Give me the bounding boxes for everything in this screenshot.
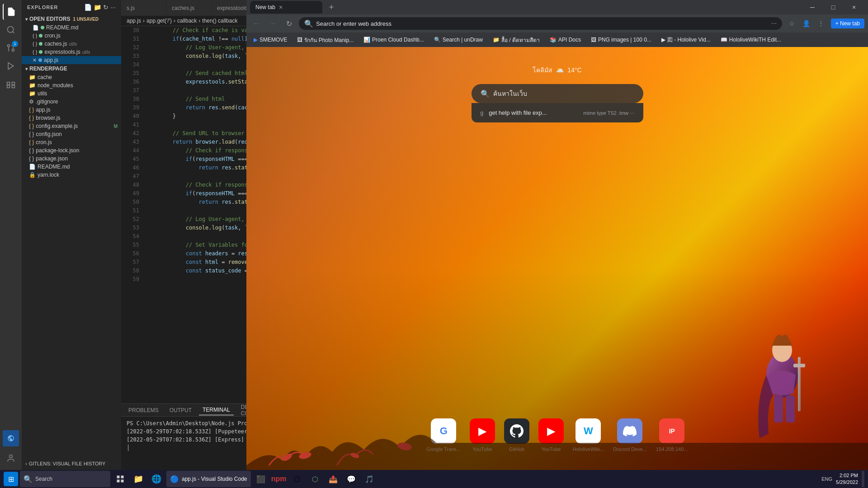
browser-title-bar: New tab × + ─ □ × [246,0,868,14]
file-cronjs[interactable]: { } cron.js [22,138,121,146]
bookmark-undraw[interactable]: 🔍 Search | unDraw [430,36,486,44]
tab-expresstools[interactable]: expresstools.js [212,0,246,16]
taskbar-search[interactable]: 🔍 Search [20,471,110,487]
terminal-content[interactable]: PS C:\Users\Admin\Desktop\Node.js Projec… [121,417,246,478]
file-config-json[interactable]: { } config.json [22,130,121,138]
bookmark-hololive-wiki[interactable]: 📖 HololiveWikiTH Edit... [717,36,785,44]
search-box-icon: 🔍 [481,89,490,98]
open-file-readme[interactable]: 📄 README.md [22,23,121,32]
code-lines[interactable]: // Check if cache is valid if(cache_html… [143,26,246,404]
collapse-icon[interactable]: ··· [110,4,116,11]
activity-search[interactable] [3,22,19,38]
folder-cache[interactable]: 📁 cache [22,73,121,81]
shortcut-google-translate[interactable]: G Google Trans... [427,418,461,452]
open-file-cron[interactable]: { } cron.js [22,32,121,40]
breadcrumb-func[interactable]: app.get('/') [146,18,172,24]
folder-node-modules[interactable]: 📁 node_modules [22,81,121,89]
minimize-button[interactable]: ─ [802,0,823,14]
bookmark-label: API Docs [558,37,581,43]
activity-files[interactable] [3,4,19,20]
profile-icon[interactable]: 👤 [800,17,813,30]
activity-accounts[interactable] [3,450,19,466]
bookmark-smemove[interactable]: ▶ SMEMOVE [250,36,291,44]
shortcut-youtube-1[interactable]: ▶ YouTube [470,418,495,452]
breadcrumb-file[interactable]: app.js [127,18,141,24]
start-button[interactable]: ⊞ [4,472,18,486]
shortcut-discord[interactable]: Discord Deve... [613,418,647,452]
taskbar-edge[interactable]: 🌐 [148,471,165,487]
file-package-lock[interactable]: { } package-lock.json [22,146,121,155]
tab-terminal[interactable]: TERMINAL [199,405,234,415]
file-browserjs[interactable]: { } browser.js [22,114,121,122]
activity-extensions[interactable] [3,76,19,92]
bookmark-hololive-vid[interactable]: ▶ 図 - Hololive Vid... [658,35,714,45]
maximize-button[interactable]: □ [823,0,844,14]
refresh-button[interactable]: ↻ [283,17,295,30]
tab-problems[interactable]: PROBLEMS [125,405,162,415]
shortcut-hololive[interactable]: W HololiveWiki... [573,418,604,452]
bookmark-api-docs[interactable]: 📚 API Docs [546,36,585,44]
taskbar-vscode[interactable]: 🔵 app.js - Visual Studio Code [166,471,251,487]
taskbar-spotify[interactable]: 🎵 [361,471,377,487]
taskbar-show-desktop[interactable] [862,471,864,487]
folder-utils[interactable]: 📁 utils [22,89,121,98]
bookmark-png[interactable]: 🖼 PNG images | 100 0... [587,36,655,44]
taskbar-task-view[interactable] [112,471,128,487]
tab-cachesjs[interactable]: caches.js [166,0,212,16]
file-icon: { } [29,115,34,121]
search-box[interactable]: 🔍 ค้นหาในเว็บ [472,84,643,103]
file-appjs-root[interactable]: { } app.js [22,106,121,114]
bookmark-media[interactable]: 📁 สื้อ / ดีดทามสืตา [489,35,543,45]
suggestion-g-icon: g [481,110,484,116]
gitlens-header[interactable]: › GITLENS: VISUAL FILE HISTORY [22,459,121,468]
activity-run-debug[interactable] [3,58,19,74]
file-config-example[interactable]: { } config.example.js M [22,122,121,130]
tab-output[interactable]: OUTPUT [166,405,195,415]
taskbar-npm[interactable]: npm [271,471,287,487]
tab-debug-console[interactable]: DEBUG CONSOLE [237,402,246,418]
bookmark-photo-manip[interactable]: 🖼 รักกัน Photo Manip... [293,35,357,45]
breadcrumb-cb[interactable]: callback [177,18,197,24]
taskbar-filezilla[interactable]: 📤 [325,471,341,487]
taskbar-node[interactable]: ⬡ [307,471,323,487]
more-icon[interactable]: ⋮ [815,17,827,30]
bookmark-proen[interactable]: 📊 Proen Cloud Dashb... [360,36,428,44]
activity-remote[interactable] [3,430,19,446]
taskbar-lang: ENG [821,476,832,482]
browser-tab-close[interactable]: × [279,4,283,11]
taskbar-github-desktop[interactable]: ⬡ [289,471,305,487]
back-button[interactable]: ← [250,17,263,30]
file-gitignore[interactable]: ⚙ .gitignore [22,98,121,106]
chevron-right-icon: › [25,461,27,466]
open-file-caches[interactable]: { } caches.js utils [22,40,121,48]
shortcut-youtube-2[interactable]: ▶ YouTube [538,418,564,452]
shortcut-github[interactable]: GitHub [504,418,529,452]
new-tab-button[interactable]: + [325,1,338,14]
file-yarnlock[interactable]: 🔒 yarn.lock [22,171,121,179]
browser-tab-active[interactable]: New tab × [250,1,322,14]
taskbar-file-explorer[interactable]: 📁 [130,471,146,487]
close-window-button[interactable]: × [844,0,864,14]
taskbar-terminal[interactable]: ⬛ [253,471,269,487]
open-file-appjs[interactable]: ✕ app.js [22,56,121,64]
code-editor[interactable]: 30 31 32 33 34 35 36 37 38 39 40 41 42 4… [121,26,246,404]
suggestion-item[interactable]: g get help with file exp... mime type TS… [472,107,643,119]
shortcut-ip[interactable]: IP 154.208.140... [656,418,688,452]
open-file-expresstools[interactable]: { } expresstools.js utils [22,48,121,56]
new-tab-btn[interactable]: + New tab [831,19,864,28]
file-readme-root[interactable]: 📄 README.md [22,163,121,171]
bookmark-icon[interactable]: ☆ [786,17,798,30]
taskbar-discord[interactable]: 💬 [343,471,359,487]
sidebar-actions: 📄 📁 ↻ ··· [84,4,116,11]
new-file-icon[interactable]: 📄 [84,4,92,11]
forward-button[interactable]: → [266,17,279,30]
refresh-icon[interactable]: ↻ [103,4,108,11]
breadcrumb-then[interactable]: then() callback [202,18,237,24]
new-folder-icon[interactable]: 📁 [94,4,101,11]
open-editors-section[interactable]: ▾ OPEN EDITORS 1 UNSAVED [22,14,121,23]
address-bar[interactable]: 🔍 Search or enter web address ⋯ [299,17,782,30]
file-package-json[interactable]: { } package.json [22,155,121,163]
renderpage-section[interactable]: ▾ RENDERPAGE [22,64,121,73]
activity-source-control[interactable]: 1 [3,40,19,56]
tab-sjs[interactable]: s.js [121,0,166,16]
